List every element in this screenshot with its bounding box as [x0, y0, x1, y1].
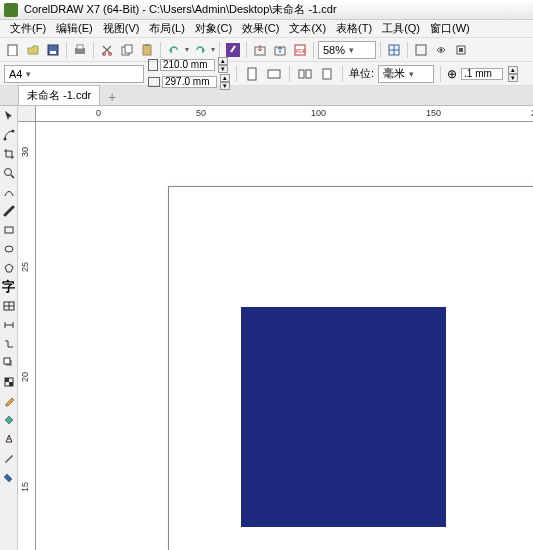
menu-bar: 文件(F) 编辑(E) 视图(V) 布局(L) 对象(C) 效果(C) 文本(X… [0, 20, 533, 38]
eyedropper-tool[interactable] [1, 393, 17, 409]
paper-size-value: A4 [9, 68, 22, 80]
menu-layout[interactable]: 布局(L) [145, 21, 188, 36]
import-button[interactable] [251, 41, 269, 59]
page-width-input[interactable]: 210.0 mm [160, 59, 215, 71]
portrait-button[interactable] [243, 65, 261, 83]
svg-rect-27 [323, 69, 331, 79]
add-tab-button[interactable]: + [104, 89, 120, 105]
text-tool[interactable]: 字 [1, 279, 17, 295]
ruler-tick: 0 [96, 108, 101, 118]
dimension-tool[interactable] [1, 317, 17, 333]
search-button[interactable] [224, 41, 242, 59]
redo-button[interactable] [191, 41, 209, 59]
svg-rect-4 [77, 45, 83, 49]
page-height-input[interactable]: 297.0 mm [162, 76, 217, 88]
snap-button[interactable] [385, 41, 403, 59]
separator [236, 66, 237, 82]
blue-rectangle-object[interactable] [241, 307, 446, 527]
svg-rect-8 [125, 45, 132, 53]
transparency-tool[interactable] [1, 374, 17, 390]
paper-size-dropdown[interactable]: A4 ▾ [4, 65, 144, 83]
units-dropdown[interactable]: 毫米 ▾ [378, 65, 434, 83]
separator [407, 42, 408, 58]
pick-tool[interactable] [1, 108, 17, 124]
open-button[interactable] [24, 41, 42, 59]
drop-shadow-tool[interactable] [1, 355, 17, 371]
menu-view[interactable]: 视图(V) [99, 21, 144, 36]
interactive-fill-tool[interactable] [1, 412, 17, 428]
undo-dropdown-icon[interactable]: ▾ [185, 45, 189, 54]
nudge-icon: ⊕ [447, 67, 457, 81]
rectangle-tool[interactable] [1, 222, 17, 238]
svg-point-33 [5, 246, 13, 252]
ruler-tick: 150 [426, 108, 441, 118]
width-spinner[interactable]: ▴▾ [218, 57, 228, 73]
svg-rect-45 [9, 382, 13, 386]
units-value: 毫米 [383, 66, 405, 81]
menu-edit[interactable]: 编辑(E) [52, 21, 97, 36]
outline-pen-tool[interactable] [1, 450, 17, 466]
svg-text:PDF: PDF [296, 48, 306, 54]
separator [440, 66, 441, 82]
table-tool[interactable] [1, 298, 17, 314]
landscape-button[interactable] [265, 65, 283, 83]
redo-dropdown-icon[interactable]: ▾ [211, 45, 215, 54]
document-tab[interactable]: 未命名 -1.cdr [18, 85, 100, 105]
cut-button[interactable] [98, 41, 116, 59]
svg-point-30 [4, 169, 11, 176]
vertical-ruler[interactable]: 30252015 [18, 122, 36, 550]
new-button[interactable] [4, 41, 22, 59]
svg-line-31 [11, 175, 14, 178]
page[interactable] [168, 186, 533, 550]
crop-tool[interactable] [1, 146, 17, 162]
nudge-input[interactable]: .1 mm [461, 68, 503, 80]
nudge-spinner[interactable]: ▴▾ [508, 66, 518, 82]
tab-label: 未命名 -1.cdr [27, 88, 91, 103]
freehand-tool[interactable] [1, 184, 17, 200]
svg-rect-19 [416, 45, 426, 55]
menu-table[interactable]: 表格(T) [332, 21, 376, 36]
ruler-tick: 50 [196, 108, 206, 118]
separator [289, 66, 290, 82]
menu-file[interactable]: 文件(F) [6, 21, 50, 36]
connector-tool[interactable] [1, 336, 17, 352]
height-spinner[interactable]: ▴▾ [220, 74, 230, 90]
zoom-tool[interactable] [1, 165, 17, 181]
fill-tool[interactable] [1, 469, 17, 485]
canvas-area[interactable]: 050100150200 30252015 [18, 106, 533, 550]
shape-tool[interactable] [1, 127, 17, 143]
separator [313, 42, 314, 58]
ruler-origin[interactable] [18, 106, 36, 122]
export-button[interactable] [271, 41, 289, 59]
zoom-dropdown[interactable]: 58% ▾ [318, 41, 376, 59]
show-rulers-button[interactable] [432, 41, 450, 59]
svg-rect-24 [268, 70, 280, 78]
artistic-media-tool[interactable] [1, 203, 17, 219]
fullscreen-button[interactable] [412, 41, 430, 59]
current-page-button[interactable] [318, 65, 336, 83]
menu-text[interactable]: 文本(X) [285, 21, 330, 36]
all-pages-button[interactable] [296, 65, 314, 83]
options-button[interactable] [452, 41, 470, 59]
ellipse-tool[interactable] [1, 241, 17, 257]
horizontal-ruler[interactable]: 050100150200 [36, 106, 533, 122]
smart-fill-tool[interactable] [1, 431, 17, 447]
copy-button[interactable] [118, 41, 136, 59]
separator [66, 42, 67, 58]
publish-pdf-button[interactable]: PDF [291, 41, 309, 59]
menu-tools[interactable]: 工具(Q) [378, 21, 424, 36]
width-icon [148, 59, 158, 71]
paste-button[interactable] [138, 41, 156, 59]
print-button[interactable] [71, 41, 89, 59]
zoom-value: 58% [323, 44, 345, 56]
menu-object[interactable]: 对象(C) [191, 21, 236, 36]
polygon-tool[interactable] [1, 260, 17, 276]
svg-point-20 [440, 48, 443, 51]
separator [380, 42, 381, 58]
menu-effects[interactable]: 效果(C) [238, 21, 283, 36]
svg-point-28 [3, 138, 6, 141]
svg-rect-25 [299, 70, 304, 78]
save-button[interactable] [44, 41, 62, 59]
menu-window[interactable]: 窗口(W) [426, 21, 474, 36]
undo-button[interactable] [165, 41, 183, 59]
